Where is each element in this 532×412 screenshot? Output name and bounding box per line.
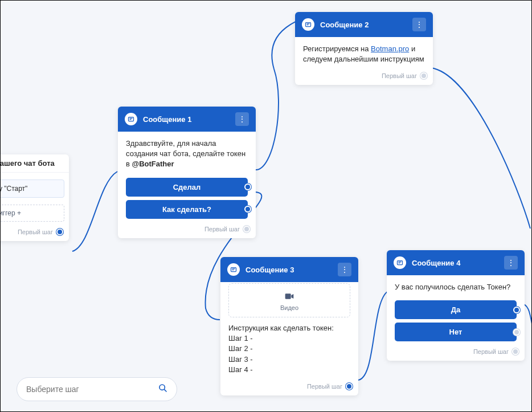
node-message-2[interactable]: Сообщение 2 ⋮ Регистрируемся на Botman.p… [295,12,433,85]
output-port[interactable] [513,329,520,336]
option-button-yes[interactable]: Да [395,300,517,319]
node-title: Сообщение 4 [412,259,498,267]
search-input[interactable] [26,385,158,394]
node-message-1[interactable]: Сообщение 1 ⋮ Здравствуйте, для начала с… [118,107,256,238]
flow-canvas[interactable]: а вашего чат бота пку "Старт" триггер + … [1,1,531,411]
node-title: Сообщение 2 [320,21,407,29]
footer-label: Первый шаг [204,226,240,232]
node-body: Здравствуйте, для начала создания чат бо… [118,132,256,174]
output-port[interactable] [244,183,251,190]
node-menu-button[interactable]: ⋮ [235,112,249,126]
output-port[interactable] [420,72,427,79]
add-trigger-button[interactable]: триггер + [0,205,64,222]
node-header[interactable]: Сообщение 3 ⋮ [220,257,358,282]
node-message-3[interactable]: Сообщение 3 ⋮ Видео Инструкция как сдела… [220,257,358,395]
node-menu-button[interactable]: ⋮ [504,256,518,270]
node-body: У вас получилось сделать Токен? [387,275,525,297]
footer-label: Первый шаг [473,348,509,355]
node-menu-button[interactable]: ⋮ [412,18,426,31]
node-body: Инструкция как сделать токен: Шаг 1 - Ша… [220,323,358,380]
footer-label: Первый шаг [382,72,417,79]
trigger-node[interactable]: а вашего чат бота пку "Старт" триггер + … [0,154,69,241]
message-icon [394,256,406,269]
node-title: Сообщение 3 [245,266,332,274]
video-icon [232,292,346,302]
node-message-4[interactable]: Сообщение 4 ⋮ У вас получилось сделать Т… [387,250,525,361]
message-icon [302,18,314,31]
output-port[interactable] [56,229,63,235]
output-port[interactable] [243,226,250,232]
search-icon [158,384,167,395]
link-botman[interactable]: Botman.pro [371,44,409,53]
option-button-how[interactable]: Как сделать? [126,200,248,219]
node-header[interactable]: Сообщение 2 ⋮ [295,12,433,37]
video-label: Видео [280,304,298,311]
node-title: Сообщение 1 [143,115,230,124]
output-port[interactable] [346,383,353,390]
svg-rect-3 [285,293,291,299]
node-body: Регистрируемся на Botman.pro и следуем д… [295,37,433,69]
output-port[interactable] [244,206,251,213]
message-icon [125,113,137,125]
node-header[interactable]: Сообщение 4 ⋮ [387,250,525,275]
node-header[interactable]: Сообщение 1 ⋮ [118,107,256,132]
step-search[interactable] [17,377,177,401]
footer-label: Первый шаг [307,383,342,390]
trigger-start-button[interactable]: пку "Старт" [0,180,64,198]
output-port[interactable] [513,307,520,313]
footer-label: Первый шаг [18,229,53,235]
node-menu-button[interactable]: ⋮ [338,263,351,276]
option-button-done[interactable]: Сделал [126,178,248,197]
video-placeholder[interactable]: Видео [228,283,350,317]
option-button-no[interactable]: Нет [395,323,517,341]
trigger-node-title: а вашего чат бота [0,154,69,173]
message-icon [227,263,240,276]
output-port[interactable] [512,348,519,355]
